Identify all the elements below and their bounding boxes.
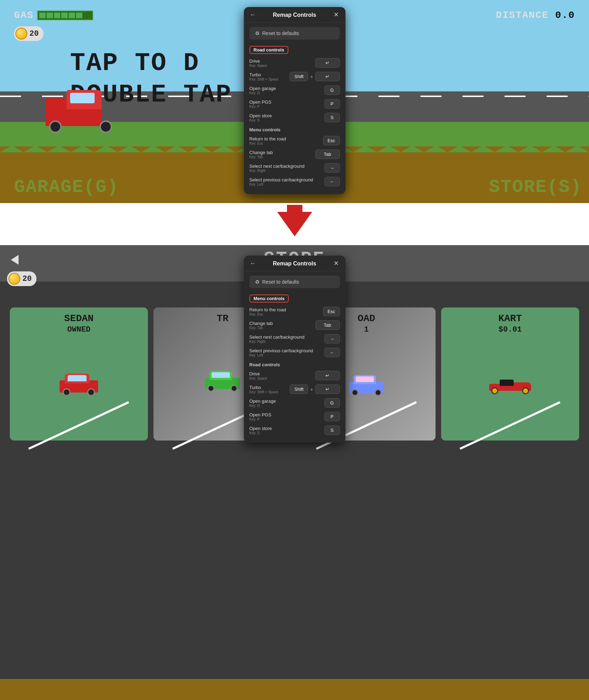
open-store-key-button-top[interactable]: S (324, 113, 340, 122)
select-next-key-button-bottom[interactable]: → (324, 334, 340, 344)
open-pgs-key-hint-top: Key: P (249, 105, 272, 109)
open-store-key-hint-top: Key: S (249, 118, 272, 122)
open-pgs-label-top: Open PGS (249, 99, 272, 105)
turbo-label-bottom: Turbo (249, 385, 279, 390)
remap-controls-modal-top: ← Remap Controls ✕ ♻ Reset to defaults R… (244, 7, 345, 194)
turbo-control-row-top: Turbo Key: Shift + Space Shift + ↵ (244, 70, 345, 83)
turbo-shift-button-bottom[interactable]: Shift (290, 384, 308, 394)
sedan-car (58, 372, 100, 397)
select-prev-key-button-bottom[interactable]: ← (324, 348, 340, 357)
select-next-key-hint-bottom: Key: Right (249, 340, 305, 344)
kart-cockpit (500, 380, 514, 386)
return-road-info-bottom: Return to the road Key: Esc (249, 307, 286, 316)
turbo-key-hint-bottom: Key: Shift + Space (249, 390, 279, 394)
reset-defaults-button-top[interactable]: ♻ Reset to defaults (249, 27, 340, 40)
return-road-info-top: Return to the road Key: Esc (249, 136, 286, 145)
green-car-window (212, 372, 230, 378)
coin-area-bottom: 20 (7, 271, 36, 286)
open-garage-key-hint-bottom: Key: G (249, 404, 276, 408)
change-tab-key-hint-top: Key: Tab (249, 155, 273, 159)
drive-label-bottom: Drive (249, 371, 267, 376)
gas-label: GAS (14, 10, 34, 21)
select-prev-info-top: Select previous car/background Key: Left (249, 177, 313, 186)
gas-segment-3 (54, 13, 60, 18)
car-card-road-title: OAD (357, 313, 375, 324)
green-car-top (210, 371, 232, 380)
open-garage-label-top: Open garage (249, 86, 276, 91)
turbo-keys-top: Shift + ↵ (290, 72, 340, 81)
turbo-info-bottom: Turbo Key: Shift + Space (249, 385, 279, 394)
modal-back-button-bottom[interactable]: ← (249, 259, 257, 268)
open-garage-key-button-top[interactable]: G (324, 85, 340, 95)
modal-header-bottom: ← Remap Controls ✕ (244, 256, 345, 271)
road-car-window (356, 376, 374, 382)
sedan-image-area (15, 334, 142, 435)
modal-close-button-top[interactable]: ✕ (332, 11, 341, 19)
drive-info-top: Drive Key: Space (249, 58, 267, 68)
open-garage-info-bottom: Open garage Key: G (249, 398, 276, 408)
turbo-shift-button-top[interactable]: Shift (290, 72, 308, 81)
open-garage-key-hint-top: Key: G (249, 91, 276, 95)
gas-segment-6 (76, 13, 82, 18)
car-card-sedan[interactable]: SEDAN OWNED (10, 307, 148, 441)
kart-wheel-rear (491, 387, 498, 394)
select-next-key-button-top[interactable]: → (324, 163, 340, 173)
turbo-info-top: Turbo Key: Shift + Space (249, 72, 279, 81)
select-prev-key-hint-top: Key: Left (249, 182, 313, 186)
game-background-top: GAS DISTANCE 0.0 20 TAP TO D DOUBLE TA (0, 0, 589, 203)
car-card-kart[interactable]: KART $0.01 (441, 307, 579, 441)
turbo-enter-button-bottom[interactable]: ↵ (315, 384, 340, 394)
select-prev-info-bottom: Select previous car/background Key: Left (249, 348, 313, 357)
open-garage-key-button-bottom[interactable]: G (324, 398, 340, 408)
reset-icon-bottom: ♻ (255, 279, 260, 285)
reset-label-bottom: Reset to defaults (262, 279, 299, 285)
open-pgs-info-bottom: Open PGS Key: P (249, 412, 272, 421)
road-controls-section-header-bottom: Road controls (244, 359, 345, 369)
truck-wheel-right (100, 120, 112, 133)
change-tab-key-button-top[interactable]: Tab (315, 150, 340, 159)
road-car-wheel-front (351, 389, 358, 396)
modal-header-top: ← Remap Controls ✕ (244, 7, 345, 23)
select-next-control-row-top: Select next car/background Key: Right → (244, 161, 345, 175)
bottom-section: STORE 20 SEDAN OWNED (0, 245, 589, 700)
top-section: GAS DISTANCE 0.0 20 TAP TO D DOUBLE TA (0, 0, 589, 203)
modal-title-bottom: Remap Controls (273, 261, 316, 267)
truck (39, 81, 116, 137)
open-store-info-top: Open store Key: S (249, 113, 272, 122)
select-prev-key-button-top[interactable]: ← (324, 177, 340, 186)
change-tab-control-row-top: Change tab Key: Tab Tab (244, 147, 345, 161)
open-pgs-key-button-bottom[interactable]: P (324, 412, 340, 421)
tap-to-drive-text: TAP TO D (70, 49, 200, 78)
select-next-label-top: Select next car/background (249, 164, 305, 169)
open-store-key-button-bottom[interactable]: S (324, 425, 340, 435)
car-card-kart-title: KART (498, 313, 522, 324)
change-tab-label-bottom: Change tab (249, 321, 273, 326)
modal-close-button-bottom[interactable]: ✕ (332, 259, 341, 268)
kart-nose (514, 382, 531, 388)
drive-key-button-bottom[interactable]: ↵ (315, 371, 340, 380)
down-arrow-container (277, 212, 312, 236)
back-arrow-button[interactable] (7, 252, 22, 268)
reset-icon-top: ♻ (255, 30, 260, 36)
modal-back-button-top[interactable]: ← (249, 11, 257, 19)
menu-controls-section-label-bottom: Menu controls (249, 294, 289, 303)
return-road-key-button-top[interactable]: Esc (323, 136, 340, 145)
change-tab-key-button-bottom[interactable]: Tab (315, 320, 340, 330)
drive-key-button-top[interactable]: ↵ (315, 58, 340, 68)
open-pgs-control-row-top: Open PGS Key: P P (244, 97, 345, 111)
dirt-bar (0, 679, 589, 700)
change-tab-info-top: Change tab Key: Tab (249, 150, 273, 159)
return-road-key-button-bottom[interactable]: Esc (323, 307, 340, 316)
turbo-key-hint-top: Key: Shift + Space (249, 77, 279, 81)
car-card-truck-title: TR (217, 313, 229, 324)
turbo-enter-button-top[interactable]: ↵ (315, 72, 340, 81)
open-store-label-bottom: Open store (249, 426, 272, 431)
sedan-wheel-front (63, 388, 70, 396)
select-next-label-bottom: Select next car/background (249, 334, 305, 340)
return-road-key-hint-top: Key: Esc (249, 141, 286, 145)
change-tab-info-bottom: Change tab Key: Tab (249, 321, 273, 330)
gas-segment-1 (39, 13, 46, 18)
open-pgs-key-button-top[interactable]: P (324, 99, 340, 109)
return-road-label-bottom: Return to the road (249, 307, 286, 312)
reset-defaults-button-bottom[interactable]: ♻ Reset to defaults (249, 276, 340, 288)
